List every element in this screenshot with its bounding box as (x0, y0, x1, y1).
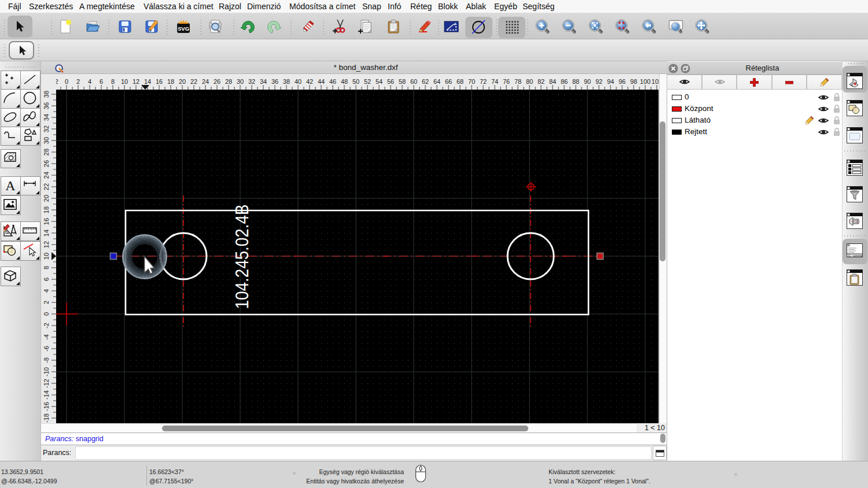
svg-text:14: 14 (144, 78, 151, 85)
svg-text:94: 94 (607, 78, 614, 85)
svg-text:42: 42 (306, 78, 313, 85)
svg-text:96: 96 (619, 78, 626, 85)
svg-text:34: 34 (43, 114, 50, 121)
svg-text:76: 76 (503, 78, 510, 85)
svg-text:8: 8 (43, 266, 50, 269)
svg-text:22: 22 (190, 78, 197, 85)
svg-text:74: 74 (491, 78, 498, 85)
svg-text:34: 34 (260, 78, 267, 85)
svg-text:30: 30 (43, 137, 50, 144)
svg-text:70: 70 (468, 78, 475, 85)
svg-text:72: 72 (480, 78, 487, 85)
svg-text:18: 18 (43, 206, 50, 213)
svg-text:38: 38 (283, 78, 290, 85)
svg-text:64: 64 (433, 78, 440, 85)
svg-text:-8: -8 (43, 357, 50, 363)
svg-text:98: 98 (630, 78, 637, 85)
svg-text:26: 26 (214, 78, 220, 85)
svg-text:16: 16 (43, 218, 50, 225)
svg-text:-12: -12 (43, 379, 50, 388)
svg-text:56: 56 (387, 78, 394, 85)
svg-text:54: 54 (376, 78, 382, 85)
svg-text:92: 92 (595, 78, 602, 85)
svg-text:100: 100 (640, 78, 650, 85)
svg-text:12: 12 (43, 241, 50, 248)
svg-text:C:_ command: C:_ command (848, 254, 863, 257)
svg-text:22: 22 (43, 183, 50, 190)
svg-text:58: 58 (399, 78, 406, 85)
svg-text:38: 38 (43, 91, 50, 98)
svg-text:66: 66 (445, 78, 452, 85)
svg-text:12: 12 (133, 78, 139, 85)
svg-text:14: 14 (43, 230, 50, 236)
svg-text:SVG: SVG (178, 25, 189, 32)
svg-text:52: 52 (364, 78, 371, 85)
svg-text:36: 36 (43, 102, 50, 109)
svg-text:2: 2 (56, 78, 58, 85)
svg-text:2: 2 (43, 301, 50, 304)
svg-text:6: 6 (100, 78, 103, 85)
svg-text:8: 8 (111, 78, 115, 85)
svg-text:44: 44 (318, 78, 325, 85)
svg-text:80: 80 (526, 78, 533, 85)
svg-text:10: 10 (43, 253, 50, 260)
svg-text:20: 20 (43, 195, 50, 202)
svg-text:-18: -18 (43, 413, 50, 423)
svg-text:-2: -2 (43, 323, 50, 328)
svg-text:18: 18 (167, 78, 174, 85)
svg-text:46: 46 (329, 78, 336, 85)
svg-text:-14: -14 (43, 390, 50, 400)
svg-text:30: 30 (237, 78, 244, 85)
svg-text:4: 4 (43, 289, 50, 293)
svg-text:20: 20 (179, 78, 186, 85)
svg-text:28: 28 (225, 78, 232, 85)
svg-text:32: 32 (248, 78, 255, 85)
svg-text:84: 84 (549, 78, 556, 85)
svg-text:-16: -16 (43, 402, 50, 411)
svg-text:A: A (5, 178, 16, 193)
svg-text:2: 2 (76, 78, 80, 85)
svg-text:102: 102 (652, 78, 659, 85)
svg-text:-4: -4 (43, 334, 50, 340)
svg-text:48: 48 (341, 78, 348, 85)
svg-text:0: 0 (43, 312, 50, 316)
svg-text:82: 82 (538, 78, 545, 85)
svg-text:86: 86 (561, 78, 568, 85)
svg-text:4: 4 (88, 78, 91, 85)
svg-text:40: 40 (295, 78, 301, 85)
svg-text:26: 26 (43, 160, 50, 167)
svg-text:78: 78 (514, 78, 521, 85)
svg-text:-10: -10 (43, 367, 50, 376)
svg-text:-6: -6 (43, 346, 50, 352)
svg-text:24: 24 (202, 78, 209, 85)
svg-text:60: 60 (410, 78, 417, 85)
svg-text:50: 50 (352, 78, 359, 85)
svg-text:88: 88 (572, 78, 579, 85)
svg-text:90: 90 (584, 78, 591, 85)
svg-text:28: 28 (43, 149, 50, 156)
svg-text:10: 10 (121, 78, 128, 85)
svg-text:36: 36 (271, 78, 278, 85)
svg-text:104.245.02.4B: 104.245.02.4B (231, 204, 252, 309)
svg-text:68: 68 (457, 78, 464, 85)
svg-text:62: 62 (422, 78, 429, 85)
svg-text:16: 16 (156, 78, 163, 85)
svg-text:0: 0 (65, 78, 68, 85)
svg-text:32: 32 (43, 125, 50, 132)
svg-text:24: 24 (43, 172, 50, 179)
svg-text:6: 6 (43, 278, 50, 281)
